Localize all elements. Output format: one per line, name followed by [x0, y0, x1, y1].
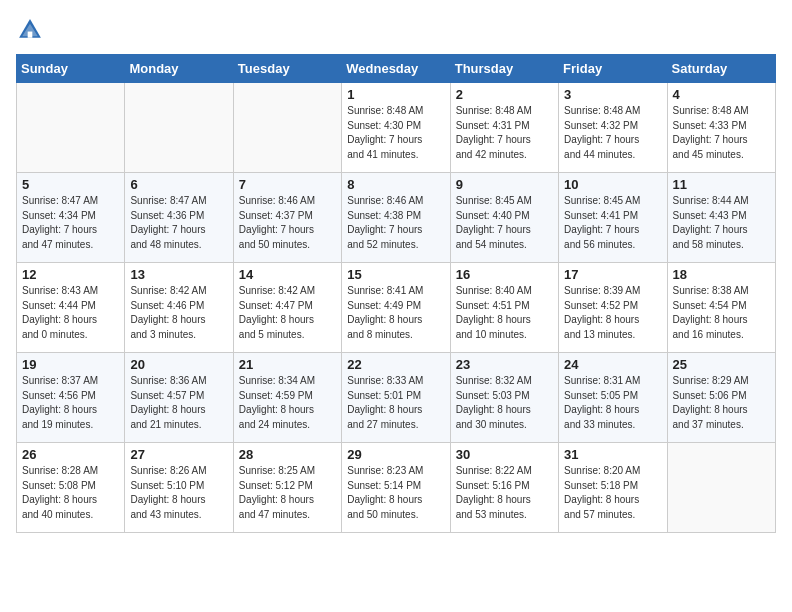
calendar-cell: 3Sunrise: 8:48 AM Sunset: 4:32 PM Daylig… — [559, 83, 667, 173]
calendar-cell — [125, 83, 233, 173]
day-header-wednesday: Wednesday — [342, 55, 450, 83]
day-info: Sunrise: 8:23 AM Sunset: 5:14 PM Dayligh… — [347, 464, 444, 522]
day-number: 10 — [564, 177, 661, 192]
calendar-cell: 13Sunrise: 8:42 AM Sunset: 4:46 PM Dayli… — [125, 263, 233, 353]
calendar-cell: 19Sunrise: 8:37 AM Sunset: 4:56 PM Dayli… — [17, 353, 125, 443]
day-info: Sunrise: 8:32 AM Sunset: 5:03 PM Dayligh… — [456, 374, 553, 432]
calendar-cell: 27Sunrise: 8:26 AM Sunset: 5:10 PM Dayli… — [125, 443, 233, 533]
calendar-cell: 17Sunrise: 8:39 AM Sunset: 4:52 PM Dayli… — [559, 263, 667, 353]
calendar-cell: 7Sunrise: 8:46 AM Sunset: 4:37 PM Daylig… — [233, 173, 341, 263]
calendar-cell: 20Sunrise: 8:36 AM Sunset: 4:57 PM Dayli… — [125, 353, 233, 443]
calendar-week-4: 19Sunrise: 8:37 AM Sunset: 4:56 PM Dayli… — [17, 353, 776, 443]
calendar-cell — [233, 83, 341, 173]
day-info: Sunrise: 8:41 AM Sunset: 4:49 PM Dayligh… — [347, 284, 444, 342]
calendar-cell: 1Sunrise: 8:48 AM Sunset: 4:30 PM Daylig… — [342, 83, 450, 173]
day-number: 25 — [673, 357, 770, 372]
calendar-cell: 18Sunrise: 8:38 AM Sunset: 4:54 PM Dayli… — [667, 263, 775, 353]
day-number: 12 — [22, 267, 119, 282]
day-number: 14 — [239, 267, 336, 282]
calendar-cell: 28Sunrise: 8:25 AM Sunset: 5:12 PM Dayli… — [233, 443, 341, 533]
day-header-tuesday: Tuesday — [233, 55, 341, 83]
logo-icon — [16, 16, 44, 44]
day-number: 19 — [22, 357, 119, 372]
day-number: 5 — [22, 177, 119, 192]
day-info: Sunrise: 8:37 AM Sunset: 4:56 PM Dayligh… — [22, 374, 119, 432]
calendar-cell: 12Sunrise: 8:43 AM Sunset: 4:44 PM Dayli… — [17, 263, 125, 353]
day-number: 15 — [347, 267, 444, 282]
calendar-cell: 9Sunrise: 8:45 AM Sunset: 4:40 PM Daylig… — [450, 173, 558, 263]
day-header-sunday: Sunday — [17, 55, 125, 83]
calendar-cell: 22Sunrise: 8:33 AM Sunset: 5:01 PM Dayli… — [342, 353, 450, 443]
day-number: 11 — [673, 177, 770, 192]
calendar-cell: 15Sunrise: 8:41 AM Sunset: 4:49 PM Dayli… — [342, 263, 450, 353]
calendar-week-2: 5Sunrise: 8:47 AM Sunset: 4:34 PM Daylig… — [17, 173, 776, 263]
day-info: Sunrise: 8:40 AM Sunset: 4:51 PM Dayligh… — [456, 284, 553, 342]
calendar-cell: 31Sunrise: 8:20 AM Sunset: 5:18 PM Dayli… — [559, 443, 667, 533]
day-number: 16 — [456, 267, 553, 282]
day-info: Sunrise: 8:48 AM Sunset: 4:30 PM Dayligh… — [347, 104, 444, 162]
calendar-cell: 16Sunrise: 8:40 AM Sunset: 4:51 PM Dayli… — [450, 263, 558, 353]
day-number: 4 — [673, 87, 770, 102]
calendar-table: SundayMondayTuesdayWednesdayThursdayFrid… — [16, 54, 776, 533]
day-number: 20 — [130, 357, 227, 372]
day-header-thursday: Thursday — [450, 55, 558, 83]
calendar-cell: 8Sunrise: 8:46 AM Sunset: 4:38 PM Daylig… — [342, 173, 450, 263]
calendar-header: SundayMondayTuesdayWednesdayThursdayFrid… — [17, 55, 776, 83]
day-info: Sunrise: 8:48 AM Sunset: 4:31 PM Dayligh… — [456, 104, 553, 162]
day-number: 27 — [130, 447, 227, 462]
calendar-cell: 4Sunrise: 8:48 AM Sunset: 4:33 PM Daylig… — [667, 83, 775, 173]
day-header-saturday: Saturday — [667, 55, 775, 83]
day-info: Sunrise: 8:39 AM Sunset: 4:52 PM Dayligh… — [564, 284, 661, 342]
day-info: Sunrise: 8:44 AM Sunset: 4:43 PM Dayligh… — [673, 194, 770, 252]
svg-rect-2 — [28, 32, 33, 38]
day-info: Sunrise: 8:42 AM Sunset: 4:47 PM Dayligh… — [239, 284, 336, 342]
day-number: 21 — [239, 357, 336, 372]
day-number: 24 — [564, 357, 661, 372]
calendar-cell: 24Sunrise: 8:31 AM Sunset: 5:05 PM Dayli… — [559, 353, 667, 443]
day-info: Sunrise: 8:48 AM Sunset: 4:32 PM Dayligh… — [564, 104, 661, 162]
day-info: Sunrise: 8:28 AM Sunset: 5:08 PM Dayligh… — [22, 464, 119, 522]
day-number: 28 — [239, 447, 336, 462]
page-header — [16, 16, 776, 44]
day-info: Sunrise: 8:38 AM Sunset: 4:54 PM Dayligh… — [673, 284, 770, 342]
calendar-cell: 14Sunrise: 8:42 AM Sunset: 4:47 PM Dayli… — [233, 263, 341, 353]
day-number: 13 — [130, 267, 227, 282]
calendar-cell: 29Sunrise: 8:23 AM Sunset: 5:14 PM Dayli… — [342, 443, 450, 533]
day-info: Sunrise: 8:25 AM Sunset: 5:12 PM Dayligh… — [239, 464, 336, 522]
day-info: Sunrise: 8:45 AM Sunset: 4:41 PM Dayligh… — [564, 194, 661, 252]
calendar-cell: 21Sunrise: 8:34 AM Sunset: 4:59 PM Dayli… — [233, 353, 341, 443]
calendar-cell: 30Sunrise: 8:22 AM Sunset: 5:16 PM Dayli… — [450, 443, 558, 533]
day-number: 17 — [564, 267, 661, 282]
day-number: 31 — [564, 447, 661, 462]
day-header-monday: Monday — [125, 55, 233, 83]
day-number: 18 — [673, 267, 770, 282]
day-info: Sunrise: 8:22 AM Sunset: 5:16 PM Dayligh… — [456, 464, 553, 522]
day-number: 26 — [22, 447, 119, 462]
calendar-body: 1Sunrise: 8:48 AM Sunset: 4:30 PM Daylig… — [17, 83, 776, 533]
day-number: 7 — [239, 177, 336, 192]
day-info: Sunrise: 8:46 AM Sunset: 4:37 PM Dayligh… — [239, 194, 336, 252]
day-header-friday: Friday — [559, 55, 667, 83]
day-number: 3 — [564, 87, 661, 102]
day-info: Sunrise: 8:48 AM Sunset: 4:33 PM Dayligh… — [673, 104, 770, 162]
day-info: Sunrise: 8:33 AM Sunset: 5:01 PM Dayligh… — [347, 374, 444, 432]
day-info: Sunrise: 8:47 AM Sunset: 4:36 PM Dayligh… — [130, 194, 227, 252]
logo — [16, 16, 46, 44]
day-info: Sunrise: 8:20 AM Sunset: 5:18 PM Dayligh… — [564, 464, 661, 522]
day-number: 30 — [456, 447, 553, 462]
day-info: Sunrise: 8:47 AM Sunset: 4:34 PM Dayligh… — [22, 194, 119, 252]
day-info: Sunrise: 8:43 AM Sunset: 4:44 PM Dayligh… — [22, 284, 119, 342]
day-info: Sunrise: 8:29 AM Sunset: 5:06 PM Dayligh… — [673, 374, 770, 432]
calendar-cell: 25Sunrise: 8:29 AM Sunset: 5:06 PM Dayli… — [667, 353, 775, 443]
calendar-cell: 26Sunrise: 8:28 AM Sunset: 5:08 PM Dayli… — [17, 443, 125, 533]
day-number: 8 — [347, 177, 444, 192]
day-number: 1 — [347, 87, 444, 102]
calendar-week-5: 26Sunrise: 8:28 AM Sunset: 5:08 PM Dayli… — [17, 443, 776, 533]
day-info: Sunrise: 8:36 AM Sunset: 4:57 PM Dayligh… — [130, 374, 227, 432]
calendar-cell: 6Sunrise: 8:47 AM Sunset: 4:36 PM Daylig… — [125, 173, 233, 263]
day-info: Sunrise: 8:45 AM Sunset: 4:40 PM Dayligh… — [456, 194, 553, 252]
day-number: 2 — [456, 87, 553, 102]
day-number: 23 — [456, 357, 553, 372]
day-info: Sunrise: 8:46 AM Sunset: 4:38 PM Dayligh… — [347, 194, 444, 252]
calendar-cell: 2Sunrise: 8:48 AM Sunset: 4:31 PM Daylig… — [450, 83, 558, 173]
